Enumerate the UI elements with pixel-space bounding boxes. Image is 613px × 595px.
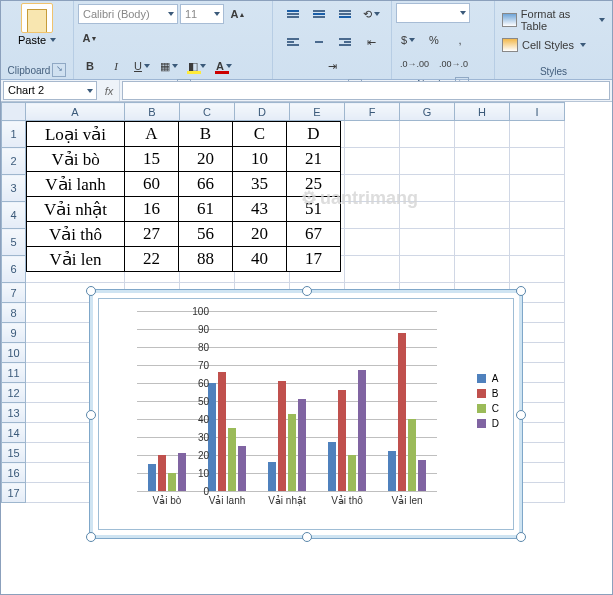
table-header-cell[interactable]: D	[287, 122, 341, 147]
bar[interactable]	[158, 455, 166, 491]
cell[interactable]	[345, 148, 400, 175]
bar[interactable]	[218, 372, 226, 491]
bar[interactable]	[178, 453, 186, 491]
cell[interactable]	[510, 148, 565, 175]
grow-font-button[interactable]: A▲	[226, 3, 250, 25]
bar[interactable]	[358, 370, 366, 491]
table-cell[interactable]: 16	[125, 197, 179, 222]
cell[interactable]	[510, 175, 565, 202]
decrease-decimal-button[interactable]: .00→.0	[435, 53, 472, 75]
bar[interactable]	[278, 381, 286, 491]
bar[interactable]	[398, 333, 406, 491]
decrease-indent-button[interactable]: ⇤	[359, 31, 383, 53]
row-header[interactable]: 16	[2, 463, 26, 483]
resize-handle[interactable]	[86, 410, 96, 420]
borders-button[interactable]: ▦	[156, 55, 182, 77]
table-header-cell[interactable]: Loại vải	[27, 122, 125, 147]
cell[interactable]	[400, 256, 455, 283]
table-cell[interactable]: 17	[287, 247, 341, 272]
font-size-combo[interactable]: 11	[180, 4, 224, 24]
legend[interactable]: ABCD	[477, 369, 499, 433]
table-cell[interactable]: 27	[125, 222, 179, 247]
column-header[interactable]: A	[26, 103, 125, 121]
table-header-cell[interactable]: B	[179, 122, 233, 147]
bar[interactable]	[408, 419, 416, 491]
column-header[interactable]: I	[510, 103, 565, 121]
bar[interactable]	[298, 399, 306, 491]
table-cell[interactable]: Vải len	[27, 247, 125, 272]
column-header[interactable]: E	[290, 103, 345, 121]
bar[interactable]	[288, 414, 296, 491]
bar[interactable]	[418, 460, 426, 491]
resize-handle[interactable]	[86, 286, 96, 296]
cell[interactable]	[455, 229, 510, 256]
table-cell[interactable]: 35	[233, 172, 287, 197]
resize-handle[interactable]	[86, 532, 96, 542]
table-cell[interactable]: 15	[125, 147, 179, 172]
table-header-cell[interactable]: C	[233, 122, 287, 147]
row-header[interactable]: 10	[2, 343, 26, 363]
cell[interactable]	[345, 121, 400, 148]
table-cell[interactable]: 20	[233, 222, 287, 247]
align-middle-button[interactable]	[307, 3, 331, 25]
table-cell[interactable]: 43	[233, 197, 287, 222]
currency-button[interactable]: $	[396, 29, 420, 51]
cell[interactable]	[345, 175, 400, 202]
bar[interactable]	[208, 383, 216, 491]
cell[interactable]	[345, 229, 400, 256]
percent-button[interactable]: %	[422, 29, 446, 51]
italic-button[interactable]: I	[104, 55, 128, 77]
underline-button[interactable]: U	[130, 55, 154, 77]
legend-item[interactable]: D	[477, 418, 499, 429]
legend-item[interactable]: C	[477, 403, 499, 414]
cell[interactable]	[510, 229, 565, 256]
row-header[interactable]: 4	[2, 202, 26, 229]
resize-handle[interactable]	[516, 532, 526, 542]
column-header[interactable]: C	[180, 103, 235, 121]
row-header[interactable]: 1	[2, 121, 26, 148]
data-table[interactable]: Loại vảiABCDVải bò15201021Vải lanh606635…	[26, 121, 341, 272]
number-format-combo[interactable]	[396, 3, 470, 23]
table-cell[interactable]: Vải bò	[27, 147, 125, 172]
table-cell[interactable]: Vải thô	[27, 222, 125, 247]
cell-styles-button[interactable]: Cell Styles	[499, 37, 589, 53]
cell[interactable]	[345, 202, 400, 229]
comma-button[interactable]: ,	[448, 29, 472, 51]
orientation-button[interactable]: ⟲	[359, 3, 384, 25]
row-header[interactable]: 5	[2, 229, 26, 256]
table-cell[interactable]: 51	[287, 197, 341, 222]
plot-area[interactable]	[137, 311, 437, 491]
increase-decimal-button[interactable]: .0→.00	[396, 53, 433, 75]
bar[interactable]	[168, 473, 176, 491]
table-cell[interactable]: 10	[233, 147, 287, 172]
table-cell[interactable]: 21	[287, 147, 341, 172]
column-header[interactable]: G	[400, 103, 455, 121]
row-header[interactable]: 3	[2, 175, 26, 202]
row-header[interactable]: 13	[2, 403, 26, 423]
table-cell[interactable]: 67	[287, 222, 341, 247]
align-top-button[interactable]	[281, 3, 305, 25]
align-center-button[interactable]	[307, 31, 331, 53]
align-left-button[interactable]	[281, 31, 305, 53]
resize-handle[interactable]	[302, 286, 312, 296]
column-header[interactable]: H	[455, 103, 510, 121]
cell[interactable]	[400, 202, 455, 229]
cell[interactable]	[455, 148, 510, 175]
bar[interactable]	[238, 446, 246, 491]
table-cell[interactable]: 25	[287, 172, 341, 197]
bar[interactable]	[328, 442, 336, 491]
font-name-combo[interactable]: Calibri (Body)	[78, 4, 178, 24]
bar[interactable]	[228, 428, 236, 491]
cell[interactable]	[510, 121, 565, 148]
cell[interactable]	[510, 256, 565, 283]
font-color-button[interactable]: A	[212, 55, 236, 77]
legend-item[interactable]: B	[477, 388, 499, 399]
fill-color-button[interactable]: ◧	[184, 55, 210, 77]
worksheet[interactable]: ABCDEFGHI 1234567891011121314151617 Loại…	[1, 102, 612, 595]
cell[interactable]	[400, 229, 455, 256]
bold-button[interactable]: B	[78, 55, 102, 77]
cell[interactable]	[455, 256, 510, 283]
row-header[interactable]: 15	[2, 443, 26, 463]
table-cell[interactable]: 60	[125, 172, 179, 197]
chart-object[interactable]: ABCD 0102030405060708090100Vải bòVải lan…	[89, 289, 523, 539]
